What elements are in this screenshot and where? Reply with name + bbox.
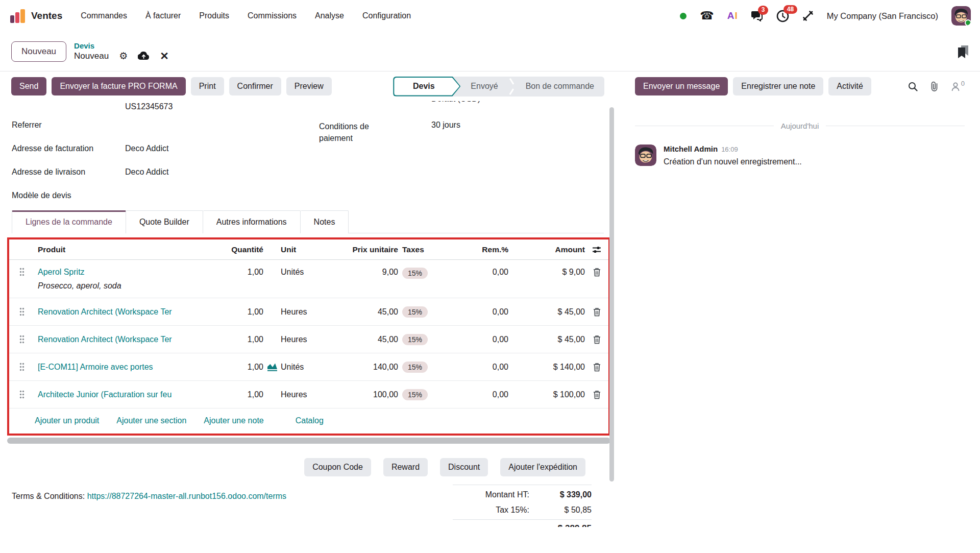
discount-button[interactable]: Discount [440,458,488,476]
delete-line-icon[interactable] [585,363,608,372]
message-author[interactable]: Mitchell Admin [664,145,718,153]
product-link[interactable]: Architecte Junior (Facturation sur feu [38,390,172,399]
optional-columns-icon[interactable] [585,246,608,254]
uom-cell[interactable]: Heures [281,307,337,317]
col-produit[interactable]: Produit [35,245,214,254]
payment-terms-field[interactable]: 30 jours [431,121,544,130]
vat-value-clipped[interactable]: US12345673 [125,102,173,111]
menu-commandes[interactable]: Commandes [81,11,127,20]
menu-commissions[interactable]: Commissions [248,11,297,20]
drag-handle-icon[interactable] [9,390,35,399]
price-cell[interactable]: 9,00 [337,268,398,277]
drag-handle-icon[interactable] [9,335,35,344]
menu-produits[interactable]: Produits [199,11,229,20]
product-link[interactable]: [E-COM11] Armoire avec portes [38,363,153,371]
activity-button[interactable]: Activité [828,77,871,95]
discount-cell[interactable]: 0,00 [447,335,508,344]
product-link[interactable]: Aperol Spritz [38,268,85,276]
tax-badge[interactable]: 15% [402,362,428,373]
breadcrumb-parent-devis[interactable]: Devis [74,41,169,51]
discount-cell[interactable]: 0,00 [447,307,508,317]
activities-clock-icon[interactable]: 48 [776,10,789,22]
col-amount[interactable]: Amount [508,245,585,254]
add-shipping-button[interactable]: Ajouter l'expédition [500,458,585,476]
invoice-address-field[interactable]: Deco Addict [125,144,308,153]
col-quantite[interactable]: Quantité [214,245,263,254]
app-name[interactable]: Ventes [31,10,62,21]
product-link[interactable]: Renovation Architect (Workspace Ter [38,307,172,316]
user-avatar[interactable] [951,6,971,26]
price-cell[interactable]: 100,00 [337,390,398,399]
order-line-row[interactable]: Architecte Junior (Facturation sur feu 1… [9,381,608,408]
reward-button[interactable]: Reward [383,458,428,476]
tax-badge[interactable]: 15% [402,334,428,345]
price-cell[interactable]: 45,00 [337,307,398,317]
coupon-code-button[interactable]: Coupon Code [304,458,371,476]
tab-autres-informations[interactable]: Autres informations [203,210,301,233]
bookmark-icon[interactable] [958,45,968,58]
delete-line-icon[interactable] [585,307,608,317]
add-product-link[interactable]: Ajouter un produit [35,416,99,425]
delete-line-icon[interactable] [585,390,608,399]
discount-cell[interactable]: 0,00 [447,363,508,372]
delivery-address-field[interactable]: Deco Addict [125,167,308,177]
attachments-paperclip-icon[interactable] [930,81,939,91]
horizontal-scrollbar[interactable] [7,438,610,444]
send-button[interactable]: Send [11,77,46,95]
stage-devis[interactable]: Devis [393,77,460,97]
uom-cell[interactable]: Heures [281,390,337,399]
menu-analyse[interactable]: Analyse [315,11,344,20]
delete-line-icon[interactable] [585,335,608,344]
price-cell[interactable]: 140,00 [337,363,398,372]
followers-icon[interactable]: 0 [951,82,965,91]
log-note-button[interactable]: Enregistrer une note [733,77,823,95]
tax-badge[interactable]: 15% [402,306,428,318]
discuss-chat-icon[interactable]: 3 [751,10,763,21]
order-line-row[interactable]: Renovation Architect (Workspace Ter 1,00… [9,326,608,353]
add-section-link[interactable]: Ajouter une section [116,416,186,425]
send-proforma-button[interactable]: Envoyer la facture PRO FORMA [52,77,185,95]
stage-envoye[interactable]: Envoyé [460,77,508,97]
order-line-row[interactable]: Aperol Spritz Prosecco, aperol, soda 1,0… [9,260,608,298]
qty-cell[interactable]: 1,00 [214,363,263,372]
chatter-message[interactable]: Mitchell Admin16:09 Création d'un nouvel… [635,145,965,166]
uom-cell[interactable]: Heures [281,335,337,344]
gear-actions-icon[interactable]: ⚙ [119,51,128,61]
price-cell[interactable]: 45,00 [337,335,398,344]
new-record-button[interactable]: Nouveau [11,41,66,62]
terms-link[interactable]: https://88727264-master-all.runbot156.od… [87,492,286,500]
product-link[interactable]: Renovation Architect (Workspace Ter [38,335,172,344]
order-line-row[interactable]: Renovation Architect (Workspace Ter 1,00… [9,298,608,326]
preview-button[interactable]: Preview [286,77,332,95]
tab-notes[interactable]: Notes [301,210,349,233]
add-note-link[interactable]: Ajouter une note [204,416,263,425]
menu-a-facturer[interactable]: À facturer [145,11,181,20]
print-button[interactable]: Print [191,77,224,95]
uom-cell[interactable]: Unités [281,268,337,277]
tax-badge[interactable]: 15% [402,268,428,279]
vertical-scrollbar[interactable] [609,107,614,482]
col-prix-unitaire[interactable]: Prix unitaire [337,245,398,254]
col-unit[interactable]: Unit [281,245,337,254]
qty-cell[interactable]: 1,00 [214,390,263,399]
product-description[interactable]: Prosecco, aperol, soda [38,281,214,291]
confirm-button[interactable]: Confirmer [229,77,281,95]
send-message-button[interactable]: Envoyer un message [635,77,728,95]
voip-phone-icon[interactable]: ☎ [700,10,714,21]
discount-cell[interactable]: 0,00 [447,390,508,399]
forecast-chart-icon[interactable] [263,363,281,371]
ai-icon[interactable]: AI [727,10,738,21]
drag-handle-icon[interactable] [9,268,35,276]
tax-badge[interactable]: 15% [402,389,428,400]
discard-x-icon[interactable]: ✕ [160,51,169,61]
tools-icon[interactable] [802,10,814,21]
search-messages-icon[interactable] [908,82,918,91]
qty-cell[interactable]: 1,00 [214,335,263,344]
col-rem[interactable]: Rem.% [447,245,508,254]
col-taxes[interactable]: Taxes [398,245,447,254]
catalog-link[interactable]: Catalog [296,416,324,425]
save-cloud-icon[interactable] [138,52,150,60]
drag-handle-icon[interactable] [9,363,35,371]
stage-bon-de-commande[interactable]: Bon de commande [516,77,604,97]
discount-cell[interactable]: 0,00 [447,268,508,277]
